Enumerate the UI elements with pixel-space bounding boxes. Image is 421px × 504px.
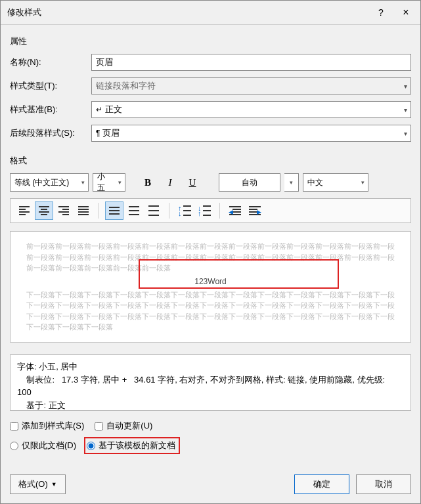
- paragraph-icon: ¶: [96, 129, 100, 138]
- align-justify-button[interactable]: [74, 201, 93, 220]
- font-size-select[interactable]: 小五 ▾: [93, 173, 125, 192]
- titlebar: 修改样式 ? ×: [1, 1, 420, 25]
- preview-sample: 123Word: [26, 276, 395, 287]
- preview-before-text: 前一段落前一段落前一段落前一段落前一段落前一段落前一段落前一段落前一段落前一段落…: [26, 252, 395, 263]
- auto-update-checkbox[interactable]: 自动更新(U): [95, 420, 152, 432]
- next-style-label: 后续段落样式(S):: [10, 127, 86, 139]
- font-toolbar: 等线 (中文正文) ▾ 小五 ▾ B I U 自动 ▾ 中文 ▾: [10, 173, 411, 192]
- italic-button[interactable]: I: [161, 173, 179, 192]
- line-spacing-2-button[interactable]: [144, 201, 163, 220]
- font-color-select[interactable]: 自动: [219, 173, 280, 192]
- next-style-value: 页眉: [102, 127, 120, 139]
- ok-button[interactable]: 确定: [294, 474, 349, 494]
- line-spacing-1_5-button[interactable]: [125, 201, 143, 220]
- chevron-down-icon: ▾: [404, 83, 407, 90]
- bold-button[interactable]: B: [139, 173, 157, 192]
- style-type-value: 链接段落和字符: [96, 80, 156, 92]
- indent-increase-button[interactable]: ▶: [246, 201, 264, 220]
- chevron-down-icon: ▾: [404, 106, 407, 114]
- paragraph-icon: ↵: [96, 105, 102, 114]
- style-base-value: 正文: [105, 104, 122, 116]
- font-name-select[interactable]: 等线 (中文正文) ▾: [10, 173, 89, 192]
- spacing-increase-button[interactable]: ↑↓: [175, 201, 194, 220]
- auto-update-label: 自动更新(U): [106, 420, 152, 432]
- add-to-gallery-label: 添加到样式库(S): [22, 420, 84, 432]
- format-menu-label: 格式(O): [18, 478, 48, 490]
- help-button[interactable]: ?: [369, 5, 393, 20]
- desc-line: 100: [17, 386, 404, 399]
- language-value: 中文: [307, 177, 323, 188]
- line-spacing-1-button[interactable]: [105, 201, 123, 220]
- add-to-gallery-input[interactable]: [10, 422, 18, 430]
- chevron-down-icon: ▼: [51, 481, 57, 488]
- preview-after-text: 下一段落下一段落下一段落下一段落下一段落下一段落下一段落下一段落下一段落下一段落…: [26, 300, 395, 311]
- format-menu-button[interactable]: 格式(O) ▼: [10, 474, 66, 494]
- format-heading: 格式: [10, 155, 411, 167]
- chevron-down-icon: ▾: [118, 179, 122, 186]
- style-type-label: 样式类型(T):: [10, 80, 86, 92]
- font-color-dropdown[interactable]: ▾: [284, 173, 299, 192]
- preview-before-text: 前一段落前一段落前一段落前一段落前一段落: [26, 262, 181, 274]
- auto-update-input[interactable]: [95, 422, 103, 430]
- dialog-footer: 格式(O) ▼ 确定 取消: [1, 468, 420, 503]
- preview-after-text: 下一段落下一段落下一段落下一段落下一段落下一段落下一段落下一段落下一段落下一段落…: [26, 289, 395, 301]
- style-type-select: 链接段落和字符 ▾: [91, 77, 411, 94]
- font-color-value: 自动: [242, 177, 257, 188]
- desc-line: 字体: 小五, 居中: [17, 360, 404, 373]
- font-size-value: 小五: [97, 171, 112, 194]
- properties-heading: 属性: [10, 35, 411, 47]
- desc-line: 制表位: 17.3 字符, 居中 + 34.61 字符, 右对齐, 不对齐到网格…: [17, 373, 404, 387]
- preview-before-text: 前一段落前一段落前一段落前一段落前一段落前一段落前一段落前一段落前一段落前一段落…: [26, 241, 395, 252]
- font-name-value: 等线 (中文正文): [14, 177, 69, 188]
- only-this-document-input[interactable]: [10, 442, 18, 450]
- name-label: 名称(N):: [10, 56, 86, 68]
- align-center-button[interactable]: [35, 201, 53, 220]
- spacing-decrease-button[interactable]: ↓↑: [195, 201, 213, 220]
- preview-after-text: 下一段落下一段落下一段落: [26, 322, 129, 333]
- underline-button[interactable]: U: [183, 173, 202, 192]
- new-documents-input[interactable]: [87, 442, 95, 450]
- style-base-label: 样式基准(B):: [10, 104, 86, 116]
- chevron-down-icon: ▾: [404, 130, 407, 137]
- close-button[interactable]: ×: [394, 5, 418, 20]
- modify-style-dialog: 修改样式 ? × 属性 名称(N): 样式类型(T): 链接段落和字符 ▾ 样式…: [0, 0, 421, 504]
- next-style-select[interactable]: ¶ 页眉 ▾: [91, 125, 411, 142]
- style-preview: 前一段落前一段落前一段落前一段落前一段落前一段落前一段落前一段落前一段落前一段落…: [10, 231, 411, 343]
- align-right-button[interactable]: [55, 201, 73, 220]
- style-base-select[interactable]: ↵ 正文 ▾: [91, 101, 411, 118]
- name-input[interactable]: [91, 54, 411, 71]
- chevron-down-icon: ▾: [361, 179, 365, 186]
- chevron-down-icon: ▾: [81, 179, 85, 186]
- style-description: 字体: 小五, 居中 制表位: 17.3 字符, 居中 + 34.61 字符, …: [10, 354, 411, 411]
- paragraph-toolbar: ↑↓ ↓↑ ◀ ▶: [10, 198, 411, 223]
- new-documents-label: 基于该模板的新文档: [99, 440, 175, 452]
- desc-line: 基于: 正文: [17, 399, 404, 412]
- only-this-document-label: 仅限此文档(D): [22, 440, 76, 452]
- indent-decrease-button[interactable]: ◀: [226, 201, 244, 220]
- titlebar-controls: ? ×: [369, 5, 418, 20]
- dialog-title: 修改样式: [7, 7, 41, 18]
- add-to-gallery-checkbox[interactable]: 添加到样式库(S): [10, 420, 84, 432]
- language-select[interactable]: 中文 ▾: [303, 173, 368, 192]
- new-documents-radio[interactable]: 基于该模板的新文档: [84, 437, 180, 454]
- only-this-document-radio[interactable]: 仅限此文档(D): [10, 440, 76, 452]
- preview-after-text: 下一段落下一段落下一段落下一段落下一段落下一段落下一段落下一段落下一段落下一段落…: [26, 311, 395, 322]
- align-left-button[interactable]: [15, 201, 33, 220]
- cancel-button[interactable]: 取消: [356, 474, 411, 494]
